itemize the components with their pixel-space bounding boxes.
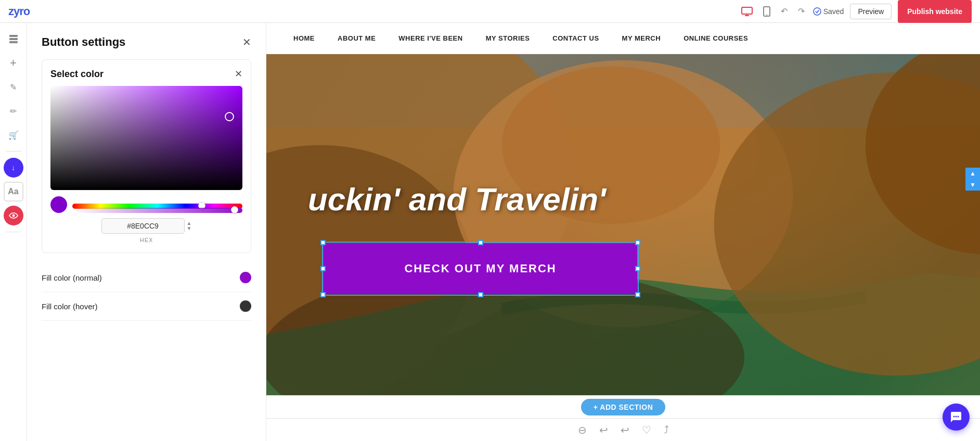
hex-down-button[interactable]: ▼ bbox=[187, 226, 192, 231]
chat-bubble-button[interactable] bbox=[943, 404, 970, 431]
font-icon[interactable]: Aa bbox=[4, 182, 23, 201]
svg-point-17 bbox=[956, 416, 957, 418]
svg-point-3 bbox=[814, 8, 821, 15]
fill-normal-color-dot[interactable] bbox=[240, 272, 251, 283]
panel-title: Button settings bbox=[42, 35, 125, 49]
nav-item-been[interactable]: WHERE I'VE BEEN bbox=[387, 34, 474, 42]
select-color-title: Select color bbox=[50, 69, 104, 80]
topbar: zyro ↶ ↷ Saved Preview Publish websi bbox=[0, 0, 980, 23]
svg-point-16 bbox=[953, 416, 955, 418]
heart-icon[interactable]: ♡ bbox=[642, 424, 651, 436]
add-section-bar: + ADD SECTION bbox=[266, 395, 980, 418]
zoom-out-icon[interactable]: ⊖ bbox=[578, 424, 587, 436]
color-picker-close-button[interactable]: ✕ bbox=[235, 68, 242, 80]
mobile-device-button[interactable] bbox=[761, 4, 772, 19]
fill-color-normal-row: Fill color (normal) bbox=[42, 263, 251, 292]
hero-section: uckin' and Travelin' CHECK OUT MY M bbox=[266, 54, 980, 418]
canvas-area: HOME ABOUT ME WHERE I'VE BEEN MY STORIES… bbox=[266, 23, 980, 441]
button-settings-panel: Button settings ✕ Select color ✕ bbox=[27, 23, 266, 441]
share-icon[interactable]: ⤴ bbox=[664, 424, 669, 436]
canyon-overlay bbox=[266, 54, 980, 418]
fill-color-hover-row: Fill color (hover) bbox=[42, 292, 251, 321]
redo-button[interactable]: ↷ bbox=[796, 4, 807, 18]
sidebar-divider bbox=[6, 151, 21, 152]
nav-item-about[interactable]: ABOUT ME bbox=[326, 34, 387, 42]
svg-rect-5 bbox=[9, 38, 18, 40]
logo: zyro bbox=[0, 5, 38, 18]
download-icon[interactable]: ↓ bbox=[4, 158, 23, 178]
scroll-arrows: ▲ ▼ bbox=[965, 168, 980, 191]
hex-chevrons: ▲ ▼ bbox=[187, 221, 192, 231]
hero-text: uckin' and Travelin' bbox=[266, 182, 980, 217]
color-picker-panel: Select color ✕ bbox=[42, 59, 251, 253]
pen-tool-icon[interactable]: ✎ bbox=[4, 77, 23, 97]
fill-hover-label: Fill color (hover) bbox=[42, 302, 98, 311]
svg-rect-0 bbox=[742, 7, 752, 14]
undo-button[interactable]: ↶ bbox=[779, 4, 790, 18]
fill-normal-label: Fill color (normal) bbox=[42, 273, 102, 282]
preview-button[interactable]: Preview bbox=[850, 4, 892, 19]
publish-button[interactable]: Publish website bbox=[898, 0, 972, 23]
hex-input[interactable] bbox=[101, 218, 185, 234]
svg-point-18 bbox=[958, 416, 959, 418]
hex-row: ▲ ▼ bbox=[50, 218, 242, 234]
cart-icon[interactable]: 🛒 bbox=[4, 125, 23, 145]
panel-close-button[interactable]: ✕ bbox=[242, 36, 251, 48]
left-sidebar: + ✎ ✏ 🛒 ↓ Aa bbox=[0, 23, 27, 441]
top-actions: ↶ ↷ Saved Preview Publish website bbox=[731, 0, 980, 23]
svg-rect-4 bbox=[9, 35, 18, 37]
saved-label: Saved bbox=[823, 7, 844, 16]
color-preview-dot bbox=[50, 196, 67, 213]
svg-point-7 bbox=[12, 215, 15, 217]
layers-icon[interactable] bbox=[4, 29, 23, 49]
redo-bottom-icon[interactable]: ↩ bbox=[621, 424, 629, 436]
website-preview: HOME ABOUT ME WHERE I'VE BEEN MY STORIES… bbox=[266, 23, 980, 418]
color-picker-header: Select color ✕ bbox=[50, 68, 242, 80]
hex-input-group: ▲ ▼ bbox=[101, 218, 192, 234]
nav-item-stories[interactable]: MY STORIES bbox=[474, 34, 541, 42]
nav-item-merch[interactable]: MY MERCH bbox=[611, 34, 673, 42]
eye-icon[interactable] bbox=[4, 206, 23, 225]
hex-label: HEX bbox=[140, 237, 153, 243]
scroll-up-button[interactable]: ▲ bbox=[965, 168, 980, 179]
saved-badge: Saved bbox=[813, 7, 844, 16]
bottom-toolbar: ⊖ ↩ ↩ ♡ ⤴ bbox=[266, 418, 980, 441]
nav-item-home[interactable]: HOME bbox=[282, 34, 326, 42]
panel-header: Button settings ✕ bbox=[42, 35, 251, 49]
svg-point-2 bbox=[766, 14, 767, 15]
hero-headline: uckin' and Travelin' bbox=[308, 182, 980, 217]
scroll-down-button[interactable]: ▼ bbox=[965, 179, 980, 191]
sidebar-divider-2 bbox=[6, 232, 21, 232]
add-section-button[interactable]: + ADD SECTION bbox=[581, 399, 666, 415]
nav-item-courses[interactable]: ONLINE COURSES bbox=[672, 34, 759, 42]
opacity-thumb[interactable] bbox=[231, 206, 238, 213]
merch-button-wrapper: CHECK OUT MY MERCH bbox=[324, 243, 638, 294]
gradient-handle[interactable] bbox=[225, 112, 234, 121]
merch-button[interactable]: CHECK OUT MY MERCH bbox=[324, 243, 638, 294]
nav-item-contact[interactable]: CONTACT US bbox=[541, 34, 610, 42]
fill-hover-color-dot[interactable] bbox=[240, 300, 251, 312]
hue-row bbox=[50, 196, 242, 213]
undo-bottom-icon[interactable]: ↩ bbox=[599, 424, 608, 436]
svg-rect-6 bbox=[9, 41, 18, 43]
color-gradient-picker[interactable] bbox=[50, 86, 242, 190]
add-element-icon[interactable]: + bbox=[4, 53, 23, 73]
site-navigation: HOME ABOUT ME WHERE I'VE BEEN MY STORIES… bbox=[266, 23, 980, 54]
desktop-device-button[interactable] bbox=[739, 5, 755, 18]
edit-tool-icon[interactable]: ✏ bbox=[4, 101, 23, 121]
